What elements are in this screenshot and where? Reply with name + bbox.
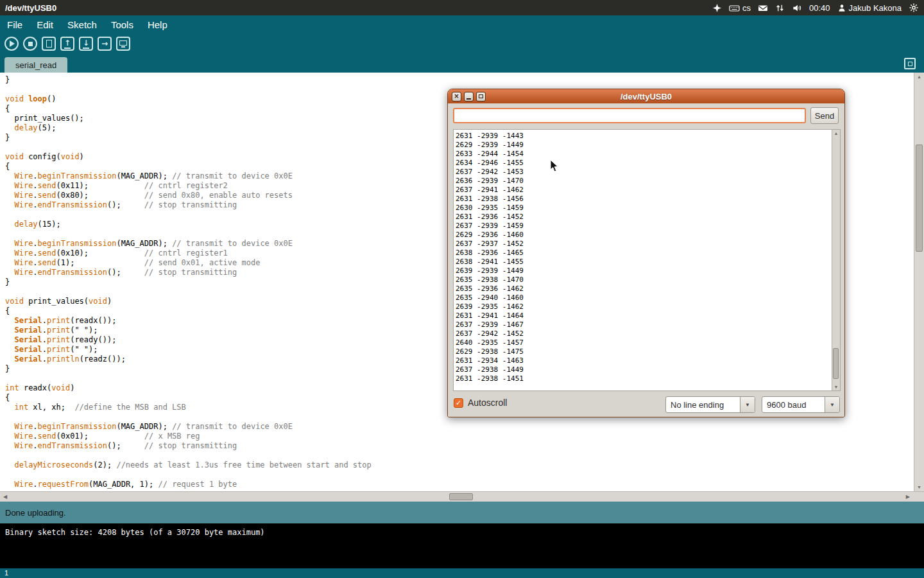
close-icon[interactable]: × xyxy=(452,92,461,101)
code-line: delayMicroseconds(2); //needs at least 1… xyxy=(5,460,372,470)
new-button[interactable] xyxy=(42,37,56,51)
code-line: Wire.endTransmission(); // stop transmit… xyxy=(5,441,372,451)
code-line: Serial.println(readz()); xyxy=(5,355,372,364)
serial-scroll-up-icon[interactable]: ▲ xyxy=(832,131,840,136)
keyboard-layout-indicator[interactable]: cs xyxy=(729,3,751,13)
line-ending-dropdown-button[interactable]: ▼ xyxy=(740,397,755,412)
serial-output-line: 2629 -2936 -1460 xyxy=(456,231,524,240)
menubar: FileEditSketchToolsHelp xyxy=(0,15,924,33)
open-icon: ↑ xyxy=(64,39,71,47)
serial-output-area[interactable]: 2631 -2939 -14432629 -2939 -14492633 -29… xyxy=(453,129,841,391)
code-line: Wire.send(0x01); // x MSB reg xyxy=(5,432,372,441)
stop-button[interactable] xyxy=(23,37,37,51)
baud-rate-value: 9600 baud xyxy=(762,397,825,412)
serial-output-line: 2639 -2935 -1462 xyxy=(456,302,524,311)
line-number-strip: 1 xyxy=(0,568,924,578)
user-icon xyxy=(837,3,846,13)
tab-menu-icon[interactable] xyxy=(904,58,916,69)
serial-output-line: 2637 -2939 -1467 xyxy=(456,320,524,329)
serial-output-line: 2637 -2937 -1452 xyxy=(456,240,524,249)
verify-button[interactable] xyxy=(4,37,19,51)
serial-output-line: 2631 -2941 -1464 xyxy=(456,311,524,320)
serial-output-line: 2638 -2936 -1465 xyxy=(456,249,524,258)
mail-icon[interactable] xyxy=(758,3,768,13)
autoscroll-control[interactable]: ✓ Autoscroll xyxy=(454,398,507,408)
gear-icon[interactable] xyxy=(909,3,919,13)
volume-icon[interactable] xyxy=(792,3,802,13)
scroll-up-icon[interactable]: ▲ xyxy=(914,74,924,79)
menu-sketch[interactable]: Sketch xyxy=(60,17,104,33)
maximize-box xyxy=(479,94,483,98)
serial-monitor-window: /dev/ttyUSB0 × Send 2631 -2939 -14432629… xyxy=(447,89,845,417)
tab-menu-inner-icon xyxy=(908,62,912,66)
menu-help[interactable]: Help xyxy=(141,17,175,33)
serial-send-input[interactable] xyxy=(453,108,806,123)
code-line: print_values(); xyxy=(5,114,372,123)
serial-output-line: 2637 -2939 -1459 xyxy=(456,222,524,231)
editor-horizontal-scrollbar[interactable]: ◀ ▶ xyxy=(0,491,924,502)
menu-edit[interactable]: Edit xyxy=(30,17,60,33)
system-tray: cs 00:40 Jakub Kakona xyxy=(712,3,919,13)
serial-monitor-controls: ✓ Autoscroll No line ending ▼ 9600 baud … xyxy=(448,396,844,415)
line-ending-select[interactable]: No line ending ▼ xyxy=(665,396,755,413)
baud-rate-select[interactable]: 9600 baud ▼ xyxy=(762,396,840,413)
vertical-scrollbar-thumb[interactable] xyxy=(916,144,923,252)
code-line: { xyxy=(5,162,372,171)
indicator-icon[interactable] xyxy=(712,3,722,13)
serial-output-scrollbar[interactable]: ▲ ▼ xyxy=(832,130,840,390)
code-line: Wire.send(0x11); // cntrl register2 xyxy=(5,181,372,191)
scroll-left-icon[interactable]: ◀ xyxy=(3,494,7,500)
chevron-down-icon: ▼ xyxy=(745,402,750,408)
menu-tools[interactable]: Tools xyxy=(104,17,141,33)
serial-monitor-content: Send 2631 -2939 -14432629 -2939 -1449263… xyxy=(448,103,844,417)
tab-serial-read[interactable]: serial_read xyxy=(4,57,67,73)
upload-icon: → xyxy=(101,40,108,48)
serial-monitor-titlebar[interactable]: /dev/ttyUSB0 × xyxy=(448,89,844,103)
serial-output-line: 2637 -2942 -1453 xyxy=(456,168,524,177)
upload-button[interactable]: → xyxy=(98,37,112,51)
code-line: Wire.endTransmission(); // stop transmit… xyxy=(5,200,372,210)
serial-output-line: 2630 -2935 -1459 xyxy=(456,204,524,213)
baud-dropdown-button[interactable]: ▼ xyxy=(825,397,839,412)
scroll-down-icon[interactable]: ▼ xyxy=(914,485,924,489)
keyboard-layout-label: cs xyxy=(742,3,751,13)
code-line xyxy=(5,470,372,480)
focused-window-title: /dev/ttyUSB0 xyxy=(5,3,56,13)
horizontal-scrollbar-thumb[interactable] xyxy=(449,493,473,500)
code-line: Wire.requestFrom(MAG_ADDR, 1); // reques… xyxy=(5,480,372,489)
open-tray-bar xyxy=(64,48,71,49)
serial-scroll-down-icon[interactable]: ▼ xyxy=(832,385,840,389)
serial-scrollbar-thumb[interactable] xyxy=(833,348,839,379)
line-number: 1 xyxy=(4,569,8,577)
clock[interactable]: 00:40 xyxy=(809,3,830,13)
code-line: { xyxy=(5,393,372,403)
menu-file[interactable]: File xyxy=(0,17,30,33)
code-line: void config(void) xyxy=(5,152,372,162)
serial-output-line: 2635 -2940 -1460 xyxy=(456,293,524,302)
console-text: Binary sketch size: 4208 bytes (of a 307… xyxy=(5,528,265,537)
save-button[interactable]: ↓ xyxy=(79,37,93,51)
autoscroll-label: Autoscroll xyxy=(468,398,507,408)
serial-output-line: 2638 -2941 -1455 xyxy=(456,258,524,267)
code-line: Serial.print(ready()); xyxy=(5,335,372,345)
code-line xyxy=(5,412,372,422)
updown-arrows-icon[interactable] xyxy=(775,3,785,13)
open-button[interactable]: ↑ xyxy=(60,37,74,51)
serial-output-line: 2629 -2938 -1475 xyxy=(456,347,524,356)
minimize-icon[interactable] xyxy=(464,92,474,101)
serial-monitor-button[interactable] xyxy=(116,37,130,51)
serial-output-line: 2637 -2941 -1462 xyxy=(456,186,524,195)
code-line: } xyxy=(5,133,372,143)
code-line: Wire.send(0x80); // send 0x80, enable au… xyxy=(5,191,372,200)
scroll-right-icon[interactable]: ▶ xyxy=(906,494,910,500)
autoscroll-checkbox[interactable]: ✓ xyxy=(454,398,463,408)
code-line: Serial.print(readx()); xyxy=(5,316,372,326)
code-line: int xl, xh; //define the MSB and LSB xyxy=(5,403,372,412)
user-menu[interactable]: Jakub Kakona xyxy=(837,3,902,13)
send-button[interactable]: Send xyxy=(810,107,839,124)
serial-output-line: 2640 -2935 -1457 xyxy=(456,338,524,347)
editor-vertical-scrollbar[interactable]: ▲ ▼ xyxy=(914,73,924,491)
maximize-icon[interactable] xyxy=(476,92,486,101)
line-ending-value: No line ending xyxy=(666,397,740,412)
serial-output-line: 2631 -2938 -1456 xyxy=(456,195,524,204)
